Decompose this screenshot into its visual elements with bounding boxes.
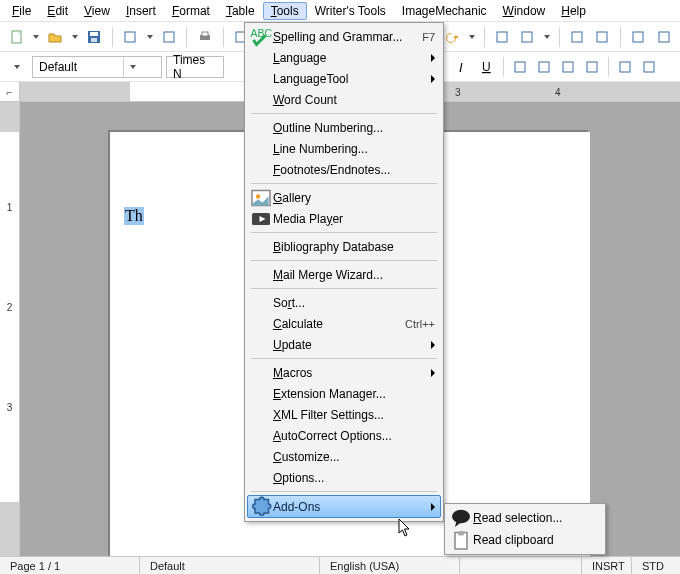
font-name-value: Times N [167,53,223,81]
status-insert-mode[interactable]: INSRT [582,557,632,574]
submenu-item-read-selection[interactable]: Read selection... [447,507,603,529]
menu-item-spelling-and-grammar[interactable]: ABCSpelling and Grammar...F7 [247,26,441,47]
svg-rect-16 [572,32,582,42]
align-right-button[interactable] [557,56,579,78]
send-mail-button[interactable] [158,26,179,48]
menu-item-bibliography-database[interactable]: Bibliography Database [247,236,441,257]
status-selection-mode[interactable]: STD [632,557,680,574]
redo-dropdown[interactable] [467,35,477,39]
svg-point-33 [452,510,470,524]
hyperlink-button[interactable] [492,26,513,48]
menu-item-line-numbering[interactable]: Line Numbering... [247,138,441,159]
menu-item-languagetool[interactable]: LanguageTool [247,68,441,89]
status-language[interactable]: English (USA) [320,557,460,574]
svg-rect-14 [497,32,507,42]
export-doc-dropdown[interactable] [145,35,155,39]
chevron-down-icon[interactable] [123,57,141,77]
svg-rect-28 [644,62,654,72]
list-bul-button[interactable] [638,56,660,78]
menu-item-xml-filter-settings[interactable]: XML Filter Settings... [247,404,441,425]
open-folder-button[interactable] [45,26,66,48]
menu-help[interactable]: Help [553,2,594,20]
table-button[interactable] [517,26,538,48]
redo-button[interactable] [442,26,463,48]
menu-item-calculate[interactable]: CalculateCtrl++ [247,313,441,334]
menu-view[interactable]: View [76,2,118,20]
export-doc-button[interactable] [120,26,141,48]
menu-window[interactable]: Window [495,2,554,20]
addons-submenu: Read selection...Read clipboard [444,503,606,555]
menu-item-label: Update [273,338,431,352]
menu-item-add-ons[interactable]: Add-Ons [247,495,441,518]
extra2-button[interactable] [653,26,674,48]
svg-rect-3 [91,38,97,42]
paragraph-style-combo[interactable]: Default [32,56,162,78]
extra1-button[interactable] [628,26,649,48]
menu-item-footnotes-endnotes[interactable]: Footnotes/Endnotes... [247,159,441,180]
submenu-arrow-icon [431,503,435,511]
menu-item-label: XML Filter Settings... [273,408,435,422]
table-dropdown[interactable] [542,35,552,39]
svg-rect-24 [539,62,549,72]
menu-item-macros[interactable]: Macros [247,362,441,383]
save-button[interactable] [84,26,105,48]
font-name-combo[interactable]: Times N [166,56,224,78]
new-doc-button[interactable] [6,26,27,48]
menu-item-extension-manager[interactable]: Extension Manager... [247,383,441,404]
menu-item-label: Mail Merge Wizard... [273,268,435,282]
menu-item-media-player[interactable]: Media Player [247,208,441,229]
menu-imagemechanic[interactable]: ImageMechanic [394,2,495,20]
ruler-vertical: 123 [0,102,20,556]
underline-button[interactable]: U [476,56,498,78]
menu-item-label: AutoCorrect Options... [273,429,435,443]
menu-item-update[interactable]: Update [247,334,441,355]
menu-item-label: Calculate [273,317,405,331]
zoom-button[interactable] [567,26,588,48]
menu-item-mail-merge-wizard[interactable]: Mail Merge Wizard... [247,264,441,285]
svg-point-31 [256,194,261,199]
menu-file[interactable]: File [4,2,39,20]
submenu-item-read-clipboard[interactable]: Read clipboard [447,529,603,551]
menu-item-label: Add-Ons [273,500,431,514]
menu-item-outline-numbering[interactable]: Outline Numbering... [247,117,441,138]
submenu-arrow-icon [431,54,435,62]
menu-item-sort[interactable]: Sort... [247,292,441,313]
menu-tools[interactable]: Tools [263,2,307,20]
menu-edit[interactable]: Edit [39,2,76,20]
menubar: FileEditViewInsertFormatTableToolsWriter… [0,0,680,22]
style-arrow-icon[interactable] [6,56,28,78]
tools-menu: ABCSpelling and Grammar...F7LanguageLang… [244,22,444,522]
menu-writer-s-tools[interactable]: Writer's Tools [307,2,394,20]
menu-item-options[interactable]: Options... [247,467,441,488]
menu-item-word-count[interactable]: Word Count [247,89,441,110]
list-num-button[interactable] [614,56,636,78]
svg-rect-25 [563,62,573,72]
help-button[interactable] [592,26,613,48]
selected-text-left[interactable]: Th [124,207,144,225]
svg-rect-27 [620,62,630,72]
new-doc-dropdown[interactable] [31,35,41,39]
svg-text:U: U [482,60,491,74]
menu-table[interactable]: Table [218,2,263,20]
menu-item-language[interactable]: Language [247,47,441,68]
svg-rect-19 [659,32,669,42]
align-just-button[interactable] [581,56,603,78]
ruler-mark: 3 [455,86,461,97]
menu-format[interactable]: Format [164,2,218,20]
menu-item-label: LanguageTool [273,72,431,86]
svg-text:I: I [459,60,463,75]
italic-button[interactable]: I [452,56,474,78]
menu-item-gallery[interactable]: Gallery [247,187,441,208]
align-left-button[interactable] [509,56,531,78]
menu-item-autocorrect-options[interactable]: AutoCorrect Options... [247,425,441,446]
menu-item-label: Spelling and Grammar... [273,30,422,44]
menu-item-label: Extension Manager... [273,387,435,401]
vruler-mark: 3 [7,402,13,413]
print-button[interactable] [194,26,215,48]
menu-item-label: Media Player [273,212,435,226]
menu-item-customize[interactable]: Customize... [247,446,441,467]
open-folder-dropdown[interactable] [70,35,80,39]
vruler-mark: 2 [7,302,13,313]
align-center-button[interactable] [533,56,555,78]
menu-insert[interactable]: Insert [118,2,164,20]
